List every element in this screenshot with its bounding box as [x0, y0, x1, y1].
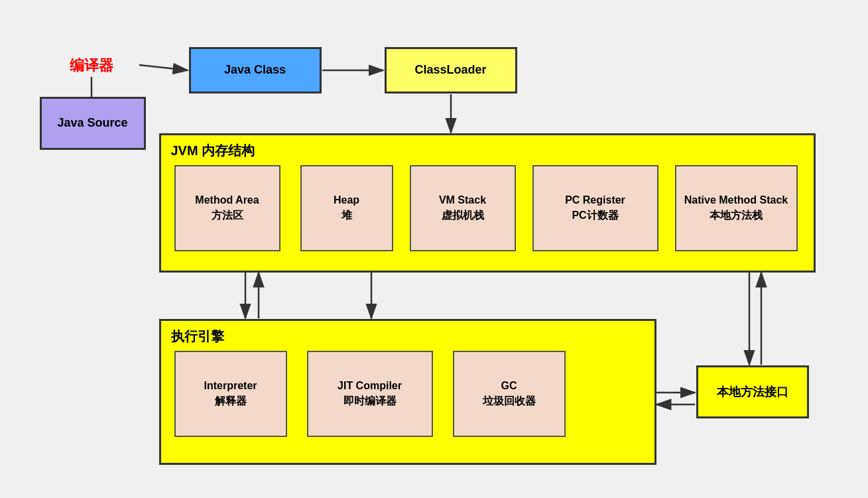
jit-cn: 即时编译器 — [343, 394, 397, 408]
classloader-label: ClassLoader — [414, 63, 486, 77]
diagram: 编译器 Java Source Java Class ClassLoader J… — [20, 11, 849, 488]
java-source-box: Java Source — [40, 97, 146, 150]
native-method-stack-cn: 本地方法栈 — [710, 208, 763, 223]
native-interface-label: 本地方法接口 — [717, 384, 788, 400]
vm-stack-cn: 虚拟机栈 — [442, 208, 484, 223]
interpreter-box: Interpreter 解释器 — [174, 351, 287, 437]
method-area-cn: 方法区 — [212, 208, 243, 223]
jvm-label: JVM 内存结构 — [171, 142, 255, 160]
native-method-stack-en: Native Method Stack — [684, 193, 788, 208]
heap-en: Heap — [334, 193, 359, 208]
pc-register-box: PC Register PC计数器 — [532, 165, 658, 251]
pc-register-en: PC Register — [565, 193, 625, 208]
jit-en: JIT Compiler — [338, 379, 402, 393]
exec-container: 执行引擎 Interpreter 解释器 JIT Compiler 即时编译器 … — [159, 319, 656, 465]
exec-label: 执行引擎 — [171, 328, 224, 345]
method-area-box: Method Area 方法区 — [174, 165, 280, 251]
vm-stack-box: VM Stack 虚拟机栈 — [410, 165, 516, 251]
gc-box: GC 垃圾回收器 — [453, 351, 566, 437]
vm-stack-en: VM Stack — [439, 193, 486, 208]
heap-box: Heap 堆 — [300, 165, 393, 251]
heap-cn: 堆 — [341, 208, 352, 223]
pc-register-cn: PC计数器 — [572, 208, 618, 223]
interpreter-cn: 解释器 — [215, 394, 247, 408]
java-class-label: Java Class — [224, 63, 286, 77]
java-class-box: Java Class — [189, 47, 322, 93]
method-area-en: Method Area — [195, 193, 259, 208]
classloader-box: ClassLoader — [385, 47, 517, 93]
java-source-label: Java Source — [57, 116, 127, 130]
native-interface-box: 本地方法接口 — [696, 365, 809, 418]
gc-cn: 垃圾回收器 — [483, 394, 536, 408]
jvm-container: JVM 内存结构 Method Area 方法区 Heap 堆 VM Stack… — [159, 133, 816, 273]
svg-line-3 — [139, 65, 188, 70]
compiler-label: 编译器 — [70, 56, 113, 76]
gc-en: GC — [501, 379, 517, 393]
interpreter-en: Interpreter — [204, 379, 257, 393]
jit-box: JIT Compiler 即时编译器 — [307, 351, 433, 437]
native-method-stack-box: Native Method Stack 本地方法栈 — [675, 165, 798, 251]
